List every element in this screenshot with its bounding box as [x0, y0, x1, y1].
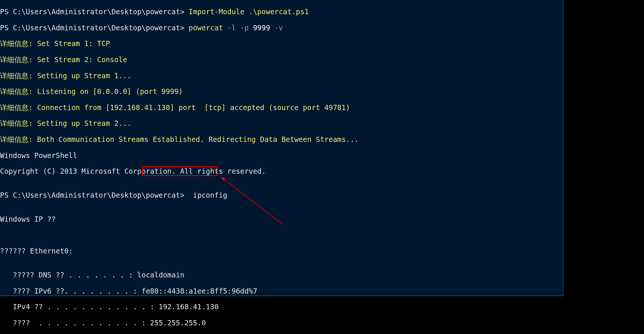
ps-prompt: PS C:\Users\Administrator\Desktop\powerc… — [0, 7, 189, 16]
prompt-line-1: PS C:\Users\Administrator\Desktop\powerc… — [0, 8, 563, 16]
ipv4-value: 192.168.41.130 — [159, 303, 219, 311]
verbose-line: 详细信息: Both Communication Streams Establi… — [0, 136, 563, 143]
verbose-line: 详细信息: Connection from [192.168.41.130] p… — [0, 104, 563, 112]
prompt-line-2: PS C:\Users\Administrator\Desktop\powerc… — [0, 24, 563, 32]
dns-line: ????? DNS ?? . . . . . . . : localdomain — [0, 271, 563, 279]
ipv6-line: ???? IPv6 ??. . . . . . . . : fe80::4438… — [0, 287, 563, 295]
port-value: 9999 — [253, 24, 274, 32]
verbose-line: 详细信息: Set Stream 2: Console — [0, 56, 563, 64]
flag: -v — [274, 24, 283, 32]
banner-line: Copyright (C) 2013 Microsoft Corporation… — [0, 167, 563, 175]
command-arg: .\powercat.ps1 — [249, 7, 309, 16]
banner-line: Windows PowerShell — [0, 152, 563, 160]
adapter-header: ?????? Ethernet0: — [0, 247, 563, 255]
powershell-terminal[interactable]: PS C:\Users\Administrator\Desktop\powerc… — [0, 0, 563, 296]
ipv4-line: IPv4 ?? . . . . . . . . . . . . : 192.16… — [0, 303, 563, 311]
command-import: Import-Module — [189, 7, 249, 16]
verbose-line: 详细信息: Setting up Stream 1... — [0, 72, 563, 80]
remote-prompt-ipconfig: PS C:\Users\Administrator\Desktop\powerc… — [0, 191, 563, 199]
flag: -l -p — [227, 24, 253, 32]
verbose-line: 详细信息: Set Stream 1: TCP — [0, 40, 563, 48]
verbose-line: 详细信息: Listening on [0.0.0.0] (port 9999) — [0, 88, 563, 95]
subnet-mask-line: ???? . . . . . . . . . . . . : 255.255.2… — [0, 319, 563, 327]
ipv4-label: IPv4 ?? . . . . . . . . . . . . : — [0, 303, 159, 311]
verbose-line: 详细信息: Setting up Stream 2... — [0, 119, 563, 127]
ps-prompt: PS C:\Users\Administrator\Desktop\powerc… — [0, 24, 189, 32]
ip-title: Windows IP ?? — [0, 215, 563, 223]
command-powercat: powercat — [189, 24, 227, 32]
